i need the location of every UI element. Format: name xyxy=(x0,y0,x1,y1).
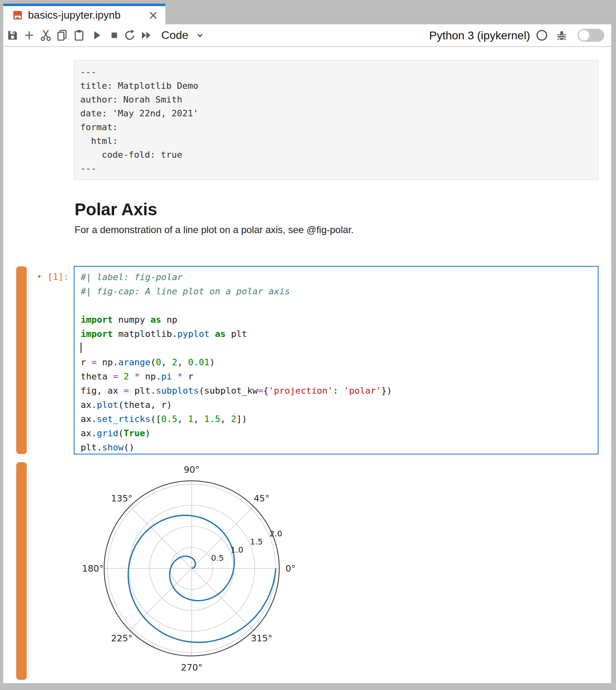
svg-text:45°: 45° xyxy=(254,493,270,504)
tab-title: basics-jupyter.ipynb xyxy=(28,9,120,21)
raw-cell-line: code-fold: true xyxy=(80,148,598,162)
save-icon xyxy=(6,29,19,42)
code-cell-editor[interactable]: #| label: fig-polar#| fig-cap: A line pl… xyxy=(74,266,599,454)
markdown-heading: Polar Axis xyxy=(75,199,157,221)
code-line: ax.plot(theta, r) xyxy=(81,398,598,412)
svg-text:0°: 0° xyxy=(286,564,296,574)
output-collapser[interactable] xyxy=(16,462,27,680)
svg-text:90°: 90° xyxy=(184,465,200,475)
notebook-tab[interactable]: basics-jupyter.ipynb xyxy=(3,4,165,24)
code-line: #| fig-cap: A line plot on a polar axis xyxy=(81,284,598,298)
code-line: theta = 2 * np.pi * r xyxy=(81,369,598,384)
polar-plot: 0°45°90°135°180°225°270°315°0.51.01.52.0 xyxy=(82,463,317,682)
debugger-bug-icon[interactable] xyxy=(555,29,568,42)
restart-kernel-button[interactable] xyxy=(123,29,136,42)
code-line: ax.set_rticks([0.5, 1, 1.5, 2]) xyxy=(81,412,598,426)
kernel-name[interactable]: Python 3 (ipykernel) xyxy=(429,29,530,42)
simple-mode-toggle[interactable] xyxy=(578,29,604,42)
raw-cell-line: title: Matplotlib Demo xyxy=(80,79,598,93)
svg-text:180°: 180° xyxy=(82,564,104,574)
add-cell-button[interactable] xyxy=(23,29,36,42)
svg-text:0.5: 0.5 xyxy=(211,553,224,563)
restart-kernel-icon xyxy=(123,29,136,42)
execution-count-prompt: • [1]: xyxy=(15,271,69,283)
svg-text:315°: 315° xyxy=(251,633,272,643)
cut-icon xyxy=(39,29,52,42)
code-line: r = np.arange(0, 2, 0.01) xyxy=(81,355,598,369)
svg-text:1.5: 1.5 xyxy=(250,537,263,546)
raw-cell-line: --- xyxy=(80,162,598,176)
raw-cell-line: html: xyxy=(80,134,598,148)
svg-text:135°: 135° xyxy=(111,493,133,504)
svg-text:225°: 225° xyxy=(111,633,133,643)
stop-icon xyxy=(108,29,121,42)
cut-cells-button[interactable] xyxy=(39,29,52,42)
restart-run-all-button[interactable] xyxy=(140,29,153,42)
run-cell-button[interactable] xyxy=(90,29,103,42)
text-cursor xyxy=(81,343,81,353)
input-collapser[interactable] xyxy=(16,266,27,454)
raw-cell-line: --- xyxy=(80,65,598,79)
notebook-toolbar: Code Python 3 (ipykernel) xyxy=(3,24,611,47)
notebook-panel: ---title: Matplotlib Demoauthor: Norah S… xyxy=(3,47,611,683)
copy-cells-button[interactable] xyxy=(56,29,68,42)
code-line: import numpy as np xyxy=(81,313,598,327)
tab-close-icon[interactable] xyxy=(147,9,160,22)
svg-text:270°: 270° xyxy=(181,662,203,673)
run-all-icon xyxy=(140,29,153,42)
paste-icon xyxy=(73,29,86,42)
notebook-file-icon xyxy=(12,10,23,21)
save-button[interactable] xyxy=(6,29,19,42)
kernel-status-icon[interactable] xyxy=(536,29,548,41)
code-line: import matplotlib.pyplot as plt xyxy=(81,327,598,341)
code-line: ax.grid(True) xyxy=(81,426,598,440)
copy-icon xyxy=(56,29,68,42)
tab-bar: basics-jupyter.ipynb xyxy=(3,4,611,24)
paste-cells-button[interactable] xyxy=(73,29,86,42)
raw-cell-line: format: xyxy=(80,120,598,134)
code-line: fig, ax = plt.subplots(subplot_kw={'proj… xyxy=(81,384,598,398)
run-icon xyxy=(90,29,103,42)
cell-type-value: Code xyxy=(161,29,188,42)
code-line: plt.show() xyxy=(81,440,598,454)
raw-cell-line: date: 'May 22nd, 2021' xyxy=(80,107,598,120)
chevron-down-icon xyxy=(194,29,206,41)
interrupt-kernel-button[interactable] xyxy=(108,29,121,42)
markdown-paragraph: For a demonstration of a line plot on a … xyxy=(75,223,354,237)
raw-cell-line: author: Norah Smith xyxy=(80,93,598,107)
cell-output-area: 0°45°90°135°180°225°270°315°0.51.01.52.0 xyxy=(82,463,317,682)
svg-text:1.0: 1.0 xyxy=(231,545,244,555)
raw-frontmatter-cell[interactable]: ---title: Matplotlib Demoauthor: Norah S… xyxy=(74,60,599,180)
code-line: #| label: fig-polar xyxy=(81,270,598,284)
cell-type-dropdown[interactable]: Code xyxy=(161,29,188,42)
code-line xyxy=(81,298,598,313)
add-icon xyxy=(23,29,36,42)
jupyterlab-window: basics-jupyter.ipynb xyxy=(3,4,611,683)
svg-text:2.0: 2.0 xyxy=(270,529,282,538)
toggle-knob xyxy=(579,30,589,41)
code-line xyxy=(81,341,598,355)
polar-r-labels: 0.51.01.52.0 xyxy=(211,529,282,563)
